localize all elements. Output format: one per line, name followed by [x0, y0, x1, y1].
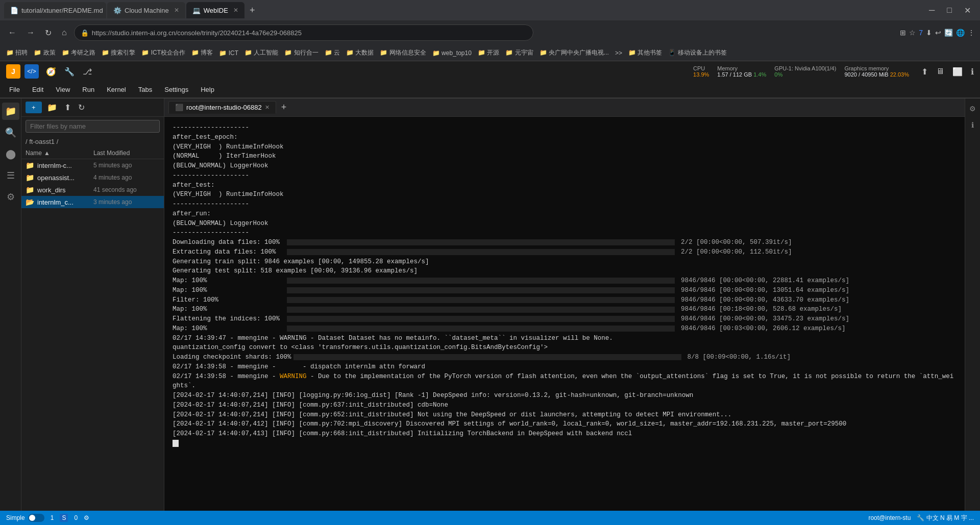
menu-edit[interactable]: Edit [27, 84, 48, 95]
terminal-text-line: [2024-02-17 14:40:07,214] [INFO] [loggin… [173, 391, 957, 401]
topbar-icon4[interactable]: ℹ [971, 67, 974, 77]
bookmark-blog[interactable]: 📁 博客 [191, 48, 213, 57]
home-button[interactable]: ⌂ [59, 26, 70, 39]
history-icon[interactable]: ↩ [935, 29, 941, 37]
terminal-output[interactable]: --------------------after_test_epoch:(VE… [164, 117, 965, 511]
terminal-tab-close[interactable]: ✕ [265, 104, 270, 111]
progress-label: Loading checkpoint shards: 100% [173, 353, 291, 362]
bookmark-zhixing[interactable]: 📁 知行合一 [284, 48, 318, 57]
col-name-header[interactable]: Name ▲ [26, 149, 93, 157]
close-button[interactable]: ✕ [959, 6, 976, 15]
bookmark-bigdata[interactable]: 📁 大数据 [346, 48, 374, 57]
progress-label: Filter: 100% [173, 295, 285, 305]
profile-icon[interactable]: 7 [919, 29, 923, 37]
terminal-warning-line: 02/17 14:39:58 - mmengine - WARNING - Du… [173, 372, 957, 391]
terminal-tabs: ⬛ root@intern-studio-06882 ✕ + [164, 98, 965, 117]
menu-help[interactable]: Help [195, 84, 219, 95]
bookmark-cctv[interactable]: 📁 央广网中央广播电视... [540, 48, 609, 57]
tab-cloud-machine[interactable]: ⚙️ Cloud Machine ✕ [107, 2, 185, 18]
sidebar-run-icon[interactable]: ⬤ [3, 145, 19, 163]
file-item-openassist[interactable]: 📁 openassist... 4 minutes ago [21, 171, 164, 184]
download-icon[interactable]: ⬇ [926, 29, 932, 37]
refresh-icon2[interactable]: 🔄 [944, 29, 953, 37]
vpn-icon[interactable]: 🌐 [956, 29, 965, 37]
tab-readme[interactable]: 📄 tutorial/xtuner/README.md ✕ [4, 2, 106, 18]
progress-info: 9846/9846 [00:00<00:00, 33475.23 example… [681, 314, 849, 324]
bookmark-zhengce[interactable]: 📁 政策 [34, 48, 55, 57]
topbar-icon2[interactable]: 🖥 [936, 67, 944, 76]
menu-view[interactable]: View [51, 84, 75, 95]
minimize-button[interactable]: ─ [924, 6, 940, 15]
terminal-tab-1[interactable]: ⬛ root@intern-studio-06882 ✕ [168, 101, 276, 114]
topbar-icon1[interactable]: ⬆ [921, 67, 928, 77]
menu-kernel[interactable]: Kernel [102, 84, 131, 95]
bookmark-kaoyanzhi[interactable]: 📁 考研之路 [62, 48, 95, 57]
terminal-text-line: [2024-02-17 14:40:07,412] [INFO] [comm.p… [173, 419, 957, 429]
topbar-icon3[interactable]: ⬜ [952, 67, 963, 77]
bookmarks-more[interactable]: >> [615, 49, 622, 57]
logo-code-icon: </> [27, 68, 36, 75]
toolbar-git-icon[interactable]: ⎇ [80, 65, 95, 79]
simple-toggle[interactable]: Simple [6, 514, 44, 522]
new-folder-button[interactable]: 📁 [45, 101, 59, 114]
toolbar-extension-icon[interactable]: 🔧 [61, 65, 78, 79]
file-search-input[interactable] [26, 120, 160, 133]
file-name-2: openassist... [37, 174, 93, 182]
progress-bar-container [287, 278, 675, 284]
bookmark-other[interactable]: 📁 其他书签 [628, 48, 662, 57]
upload-button[interactable]: ⬆ [62, 101, 73, 114]
refresh-button[interactable]: ↻ [76, 101, 87, 114]
address-icons: ⊞ ☆ 7 ⬇ ↩ 🔄 🌐 ⋮ [900, 29, 975, 37]
bookmark-icon[interactable]: ☆ [909, 29, 916, 37]
sidebar-files-icon[interactable]: 📁 [2, 103, 19, 120]
sidebar-extension-icon[interactable]: ⚙ [4, 188, 18, 206]
sidebar-list-icon[interactable]: ☰ [4, 167, 18, 184]
terminal-progress-line: Extracting data files: 100%2/2 [00:00<00… [173, 247, 957, 257]
menu-settings[interactable]: Settings [159, 84, 193, 95]
terminal-tab-add[interactable]: + [278, 102, 290, 113]
tab-cloud-close[interactable]: ✕ [174, 7, 179, 14]
reload-button[interactable]: ↻ [42, 26, 55, 40]
maximize-button[interactable]: □ [942, 6, 957, 15]
bookmark-mobile[interactable]: 📱 移动设备上的书签 [668, 48, 726, 57]
file-item-internlm-open[interactable]: 📂 internlm_c... 3 minutes ago [21, 196, 164, 208]
rs-settings-icon[interactable]: ⚙ [967, 103, 978, 115]
more-icon[interactable]: ⋮ [968, 29, 975, 37]
terminal-text-line: (NORMAL ) IterTimerHook [173, 152, 957, 161]
col-modified-header[interactable]: Last Modified [93, 149, 160, 157]
bookmark-metaverse[interactable]: 📁 元宇宙 [505, 48, 533, 57]
bookmark-search[interactable]: 📁 搜索引擎 [102, 48, 135, 57]
tab-webide-icon: 💻 [192, 7, 201, 14]
sidebar-search-icon[interactable]: 🔍 [2, 124, 19, 141]
address-bar[interactable]: 🔒 https://studio.intern-ai.org.cn/consol… [74, 24, 533, 41]
extensions-icon[interactable]: ⊞ [900, 29, 906, 37]
back-button[interactable]: ← [5, 26, 19, 39]
rs-info-icon[interactable]: ℹ [969, 119, 976, 131]
menu-file[interactable]: File [4, 84, 25, 95]
bookmark-zhaopin[interactable]: 📁 招聘 [6, 48, 28, 57]
terminal-progress-line: Filter: 100%9846/9846 [00:00<00:00, 4363… [173, 295, 957, 305]
toggle-track[interactable] [28, 514, 44, 522]
bookmark-opensource[interactable]: 📁 开源 [478, 48, 499, 57]
toolbar-nav-icon[interactable]: 🧭 [43, 65, 59, 79]
tab-webide-label: WebIDE [204, 7, 228, 14]
progress-bar-container [293, 354, 681, 360]
bookmark-cloud[interactable]: 📁 云 [325, 48, 340, 57]
forward-button[interactable]: → [23, 26, 38, 39]
menu-tabs[interactable]: Tabs [133, 84, 157, 95]
bookmark-ai[interactable]: 📁 人工智能 [244, 48, 278, 57]
file-item-work-dirs[interactable]: 📁 work_dirs 41 seconds ago [21, 184, 164, 196]
progress-info: 2/2 [00:00<00:00, 507.39it/s] [681, 238, 792, 247]
menu-run[interactable]: Run [77, 84, 100, 95]
file-item-internlm-c[interactable]: 📁 internlm-c... 5 minutes ago [21, 159, 164, 171]
new-tab-button[interactable]: + [246, 5, 259, 16]
bookmark-webtop10[interactable]: 📁 web_top10 [432, 49, 472, 57]
tab-webide[interactable]: 💻 WebIDE ✕ [186, 2, 244, 18]
bookmark-ict2[interactable]: 📁 ICT [219, 49, 238, 57]
bookmark-security[interactable]: 📁 网络信息安全 [380, 48, 426, 57]
terminal-progress-line: Flattening the indices: 100%9846/9846 [0… [173, 314, 957, 324]
tab-webide-close[interactable]: ✕ [233, 7, 238, 14]
new-file-button[interactable]: + [26, 102, 42, 113]
bookmark-ict[interactable]: 📁 ICT校企合作 [141, 48, 185, 57]
app-header: J </> 🧭 🔧 ⎇ CPU 13.9% Memory 1.57 / 112 … [0, 61, 980, 98]
